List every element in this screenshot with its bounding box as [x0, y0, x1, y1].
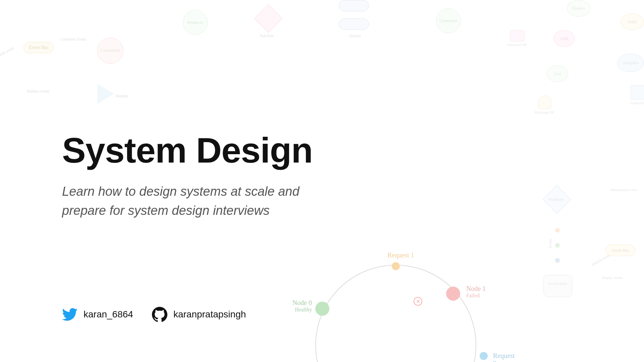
- request-1-label: Request 1: [387, 251, 414, 259]
- consume-event-label: Consume Event: [60, 37, 86, 42]
- pubsub-shape: [254, 4, 283, 33]
- event-store-shape: Event Store: [543, 275, 572, 297]
- graph-db-label: Graph DB: [630, 101, 644, 105]
- document-db-shape: [510, 30, 525, 42]
- analytics-node: Analytics: [617, 54, 644, 72]
- consumer-shape: Consumer: [436, 8, 461, 33]
- bg-diagram-top-left: Event Bus Consumer Consume Event Replay …: [0, 17, 134, 104]
- node-1-status: Failed: [466, 293, 486, 299]
- producer-label: Producer: [549, 197, 563, 202]
- slide-canvas: Event Bus Consumer Consume Event Replay …: [0, 0, 644, 362]
- queue-shape: [339, 18, 369, 30]
- request-2-shape: [480, 352, 488, 360]
- consumer-shape: Consumer: [97, 38, 123, 64]
- node-0-status: Healthy: [268, 307, 312, 313]
- pubsub-label: Pub/Sub: [260, 34, 274, 39]
- bg-diagram-bottom-right: Producer Materialized view Events Event …: [527, 188, 644, 362]
- order-node: Order: [621, 13, 644, 30]
- document-db-label: Document DB: [507, 43, 527, 47]
- producer-shape: Producer: [183, 10, 208, 35]
- queues-label: Queues: [349, 34, 361, 39]
- bg-diagram-top-center: Producer Pub/Sub Queues Consumer: [174, 0, 470, 57]
- node-0-shape: [315, 302, 329, 316]
- graph-db-shape: [631, 85, 644, 100]
- auth-node: Auth: [553, 30, 575, 47]
- hash-ring-shape: [315, 265, 476, 362]
- publish-event-label: Publish event: [591, 253, 610, 267]
- user-node: User: [547, 65, 568, 82]
- events-label: Events: [548, 238, 552, 248]
- event-bus-shape: Event Bus: [23, 42, 54, 53]
- node-1-label: Node 1 Failed: [466, 285, 486, 299]
- queue-shape: [339, 0, 369, 11]
- node-0-label: Node 0 Healthy: [268, 299, 312, 313]
- event-dot-icon: [555, 258, 560, 263]
- replay-triangle-icon: [97, 84, 114, 104]
- twitter-handle: karan_6864: [84, 309, 133, 320]
- github-icon: [152, 307, 167, 322]
- bg-diagram-bottom-center: ✕ Request 1 Node 0 Healthy Node 1 Failed…: [295, 238, 503, 362]
- request-1-shape: [392, 262, 400, 270]
- replay-events-label: Replay events: [27, 89, 50, 94]
- relational-db-shape: [538, 96, 551, 109]
- github-handle: karanpratapsingh: [173, 309, 246, 320]
- bg-diagram-top-right: Product Order Auth User Analytics Docume…: [503, 0, 644, 124]
- node-0-name: Node 0: [292, 299, 312, 306]
- page-title: System Design: [62, 132, 337, 168]
- replay-events-label: Replay events: [602, 276, 623, 280]
- page-subtitle: Learn how to design systems at scale and…: [62, 182, 337, 220]
- hero-content: System Design Learn how to design system…: [62, 132, 337, 220]
- materialized-view-label: Materialized view: [610, 188, 637, 192]
- replay-label: Replay: [116, 93, 128, 99]
- event-dot-icon: [555, 228, 560, 233]
- request-2-label: Request 2: [493, 352, 515, 362]
- event-dot-icon: [555, 243, 560, 248]
- product-node: Product: [567, 0, 590, 17]
- github-link[interactable]: karanpratapsingh: [152, 307, 246, 322]
- event-bus-shape: Event Bus: [605, 245, 636, 256]
- twitter-icon: [62, 307, 77, 322]
- social-links: karan_6864 karanpratapsingh: [62, 307, 246, 322]
- failed-cross-icon: ✕: [414, 297, 422, 306]
- publish-event-label: Publish event: [0, 46, 15, 60]
- twitter-link[interactable]: karan_6864: [62, 307, 133, 322]
- relational-db-label: Relational DB: [535, 111, 554, 114]
- node-1-name: Node 1: [466, 285, 486, 292]
- node-1-shape: [446, 287, 460, 301]
